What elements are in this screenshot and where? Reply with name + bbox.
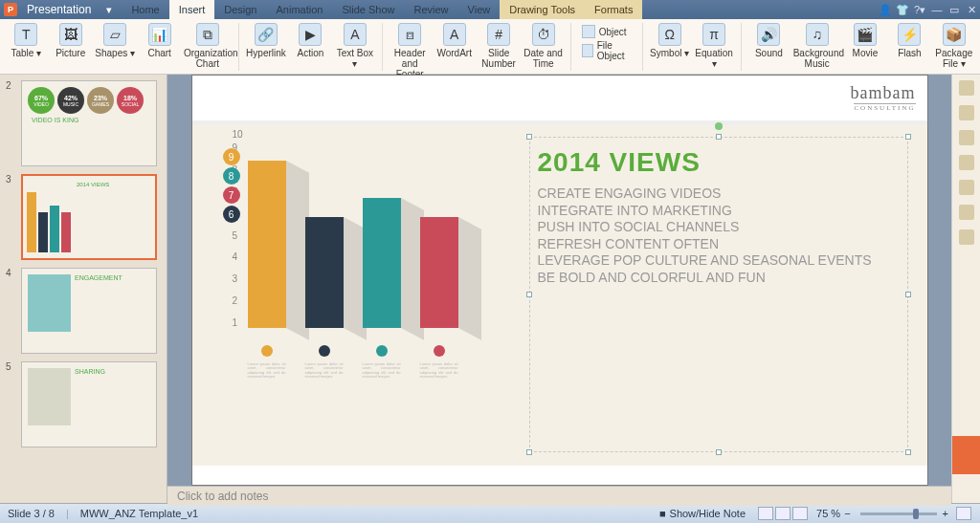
- user-icon[interactable]: 👤: [877, 4, 894, 16]
- wordart-icon: A: [443, 23, 466, 46]
- status-bar: Slide 3 / 8 | MWW_ANZ Template_v1 ■ Show…: [0, 503, 980, 523]
- ribbon-package-file-[interactable]: 📦Package File ▾: [934, 21, 974, 69]
- action-icon: ▶: [299, 23, 322, 46]
- ribbon-flash[interactable]: ⚡Flash: [889, 21, 929, 58]
- ribbon-shapes-[interactable]: ▱Shapes ▾: [95, 21, 135, 58]
- show-hide-notes[interactable]: Show/Hide Note: [670, 508, 746, 519]
- movie-icon: 🎬: [854, 23, 877, 46]
- slide-position: Slide 3 / 8: [8, 508, 55, 519]
- zoom-in[interactable]: +: [943, 508, 948, 519]
- view-slideshow-button[interactable]: [792, 507, 808, 520]
- tab-home[interactable]: Home: [122, 0, 168, 19]
- zoom-out[interactable]: −: [844, 508, 850, 519]
- strip-icon[interactable]: [959, 229, 974, 245]
- minimize-button[interactable]: —: [928, 4, 946, 15]
- tab-view[interactable]: View: [458, 0, 501, 19]
- chart: 10 123456789 9876 Lorem ipsum dolor sit …: [215, 142, 512, 448]
- tab-slide-show[interactable]: Slide Show: [332, 0, 404, 19]
- app-title: Presentation: [21, 3, 97, 16]
- ribbon-table-[interactable]: TTable ▾: [6, 21, 46, 58]
- resize-handle[interactable]: [905, 134, 911, 140]
- tab-formats[interactable]: Formats: [585, 0, 642, 19]
- resize-handle[interactable]: [526, 292, 532, 297]
- ribbon-slide-number[interactable]: #Slide Number: [479, 21, 519, 69]
- resize-handle[interactable]: [716, 134, 722, 140]
- skin-icon[interactable]: 👕: [894, 4, 911, 16]
- tab-review[interactable]: Review: [404, 0, 457, 19]
- title-text: 2014 VIEWS: [538, 147, 900, 178]
- logo: bambam CONSULTING: [851, 84, 916, 112]
- strip-icon[interactable]: [959, 155, 974, 170]
- ribbon-hyperlink[interactable]: 🔗Hyperlink: [246, 21, 286, 58]
- ribbon-organization-chart[interactable]: ⧉Organization Chart: [184, 21, 232, 69]
- ribbon-chart[interactable]: 📊Chart: [139, 21, 179, 58]
- strip-icon[interactable]: [959, 130, 974, 145]
- ribbon-file-object[interactable]: File Object: [582, 40, 635, 61]
- view-normal-button[interactable]: [758, 507, 773, 520]
- rotate-handle[interactable]: [715, 122, 723, 130]
- flash-icon: ⚡: [898, 23, 921, 46]
- tab-design[interactable]: Design: [214, 0, 266, 19]
- slide-thumb-2[interactable]: 2 67%VIDEO42%MUSIC23%GAMES18%SOCIALVIDEO…: [21, 80, 157, 166]
- strip-icon[interactable]: [959, 180, 974, 195]
- picture-icon: 🖼: [59, 23, 82, 46]
- zoom-slider[interactable]: [860, 512, 937, 515]
- slide-canvas[interactable]: bambam CONSULTING 10 123456789 9876 Lore…: [191, 75, 928, 486]
- ribbon-background-music[interactable]: ♫Background Music: [793, 21, 841, 69]
- ribbon-action[interactable]: ▶Action: [290, 21, 330, 58]
- ribbon-equation-[interactable]: πEquation ▾: [694, 21, 734, 69]
- resize-handle[interactable]: [905, 449, 911, 455]
- slide-thumb-4[interactable]: 4 ENGAGEMENT: [21, 268, 157, 354]
- organization-chart-icon: ⧉: [196, 23, 219, 46]
- sound-icon: 🔊: [757, 23, 780, 46]
- strip-icon[interactable]: [959, 205, 974, 220]
- view-sorter-button[interactable]: [775, 507, 791, 520]
- ribbon-movie[interactable]: 🎬Movie: [845, 21, 885, 58]
- close-button[interactable]: ✕: [963, 4, 980, 16]
- ribbon-object[interactable]: Object: [582, 25, 635, 38]
- text-box--icon: A: [344, 23, 367, 46]
- chart-bar: [363, 198, 401, 328]
- resize-handle[interactable]: [905, 292, 911, 297]
- resize-handle[interactable]: [526, 134, 532, 140]
- slide-thumb-3[interactable]: 3 2014 VIEWS: [21, 174, 157, 260]
- text-box-selected[interactable]: 2014 VIEWS CREATE ENGAGING VIDEOSINTEGRA…: [529, 137, 908, 452]
- resize-handle[interactable]: [716, 449, 722, 455]
- tab-animation[interactable]: Animation: [267, 0, 333, 19]
- ribbon-symbol-[interactable]: ΩSymbol ▾: [649, 21, 689, 58]
- ribbon-text-box-[interactable]: AText Box ▾: [335, 21, 375, 69]
- hyperlink-icon: 🔗: [255, 23, 278, 46]
- date-and-time-icon: ⏱: [532, 23, 555, 46]
- chart-bar: [305, 217, 344, 328]
- zoom-level: 75 %: [816, 508, 840, 519]
- strip-accent[interactable]: [952, 436, 981, 474]
- strip-icon[interactable]: [959, 80, 974, 96]
- ribbon-date-and-time[interactable]: ⏱Date and Time: [523, 21, 563, 69]
- ribbon-sound[interactable]: 🔊Sound: [748, 21, 789, 58]
- notes-pane[interactable]: Click to add notes: [167, 486, 951, 506]
- maximize-button[interactable]: ▭: [946, 4, 963, 16]
- titlebar-dropdown[interactable]: ▾: [97, 0, 122, 19]
- symbol--icon: Ω: [658, 23, 681, 46]
- ribbon-wordart[interactable]: AWordArt: [434, 21, 474, 58]
- chart-bar: [420, 217, 458, 328]
- app-icon: P: [4, 3, 17, 16]
- tab-drawing-tools[interactable]: Drawing Tools: [500, 0, 585, 19]
- chart-bar: [248, 161, 286, 328]
- right-task-strip[interactable]: [951, 75, 980, 503]
- help-icon[interactable]: ?▾: [911, 4, 928, 16]
- chart-icon: 📊: [148, 23, 171, 46]
- ribbon: TTable ▾🖼Picture▱Shapes ▾📊Chart⧉Organiza…: [0, 19, 980, 75]
- slide-number-icon: #: [487, 23, 510, 46]
- resize-handle[interactable]: [526, 449, 532, 455]
- ribbon-header-and-footer[interactable]: ⧈Header and Footer: [390, 21, 430, 79]
- ribbon-picture[interactable]: 🖼Picture: [50, 21, 90, 58]
- tab-insert[interactable]: Insert: [169, 0, 215, 19]
- fit-button[interactable]: [956, 507, 971, 520]
- thumbnail-panel[interactable]: 2 67%VIDEO42%MUSIC23%GAMES18%SOCIALVIDEO…: [0, 75, 167, 503]
- body-text: CREATE ENGAGING VIDEOSINTEGRATE INTO MAR…: [538, 185, 900, 286]
- strip-icon[interactable]: [959, 105, 974, 120]
- slide-thumb-5[interactable]: 5 SHARING: [21, 361, 157, 447]
- package-file--icon: 📦: [943, 23, 966, 46]
- equation--icon: π: [702, 23, 725, 46]
